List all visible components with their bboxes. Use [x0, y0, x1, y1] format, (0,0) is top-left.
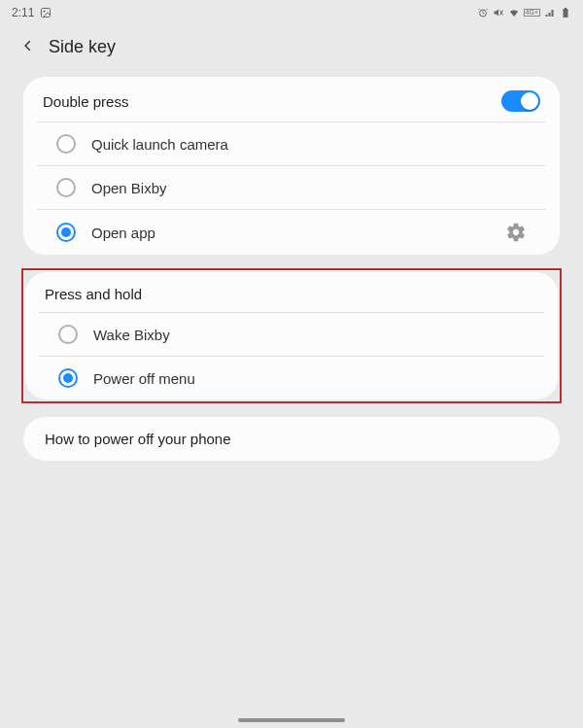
double-press-title: Double press — [43, 93, 128, 110]
option-open-bixby[interactable]: Open Bixby — [37, 165, 546, 209]
radio-icon — [56, 134, 76, 154]
network-badge-icon: 4G+ — [524, 9, 540, 17]
radio-icon — [58, 368, 78, 388]
svg-point-1 — [44, 11, 46, 13]
wifi-icon — [508, 7, 520, 18]
press-hold-title: Press and hold — [45, 286, 142, 302]
radio-icon — [56, 178, 76, 197]
option-power-off-menu[interactable]: Power off menu — [39, 356, 544, 399]
option-wake-bixby[interactable]: Wake Bixby — [39, 312, 544, 356]
option-label: Wake Bixby — [93, 327, 525, 343]
radio-icon — [58, 325, 78, 344]
double-press-section: Double press Quick launch camera Open Bi… — [23, 77, 560, 255]
svg-rect-0 — [42, 9, 51, 17]
option-label: Open app — [91, 225, 490, 241]
option-quick-launch-camera[interactable]: Quick launch camera — [37, 121, 546, 165]
page-title: Side key — [49, 37, 116, 57]
option-label: Quick launch camera — [91, 136, 527, 153]
picture-icon — [40, 7, 51, 18]
help-link-label: How to power off your phone — [45, 431, 231, 447]
status-time: 2:11 — [12, 6, 34, 19]
press-hold-highlight: Press and hold Wake Bixby Power off menu — [21, 268, 562, 403]
battery-icon — [560, 7, 571, 18]
back-button[interactable] — [21, 39, 35, 56]
option-label: Power off menu — [93, 370, 525, 387]
gear-icon[interactable] — [505, 222, 527, 243]
home-indicator[interactable] — [238, 718, 345, 722]
svg-rect-5 — [564, 9, 568, 17]
svg-rect-6 — [565, 8, 566, 9]
mute-icon — [493, 7, 504, 18]
double-press-header: Double press — [23, 77, 560, 121]
option-label: Open Bixby — [91, 180, 527, 196]
double-press-toggle[interactable] — [501, 90, 540, 112]
press-hold-section: Press and hold Wake Bixby Power off menu — [25, 272, 558, 399]
alarm-icon — [477, 7, 489, 18]
page-header: Side key — [0, 25, 583, 71]
status-bar: 2:11 4G+ — [0, 0, 583, 25]
option-open-app[interactable]: Open app — [37, 209, 546, 255]
help-link-how-to-power-off[interactable]: How to power off your phone — [23, 417, 560, 461]
signal-icon — [544, 7, 556, 18]
press-hold-header: Press and hold — [25, 272, 558, 312]
chevron-left-icon — [21, 39, 35, 52]
radio-icon — [56, 223, 76, 242]
